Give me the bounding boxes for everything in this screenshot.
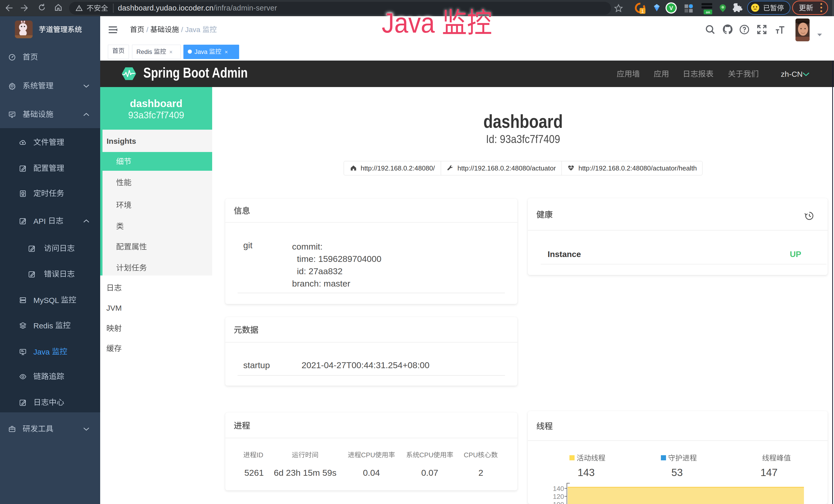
svg-text:1: 1 [641,8,644,14]
svg-text:V: V [670,5,673,11]
svg-text:on: on [706,10,710,14]
